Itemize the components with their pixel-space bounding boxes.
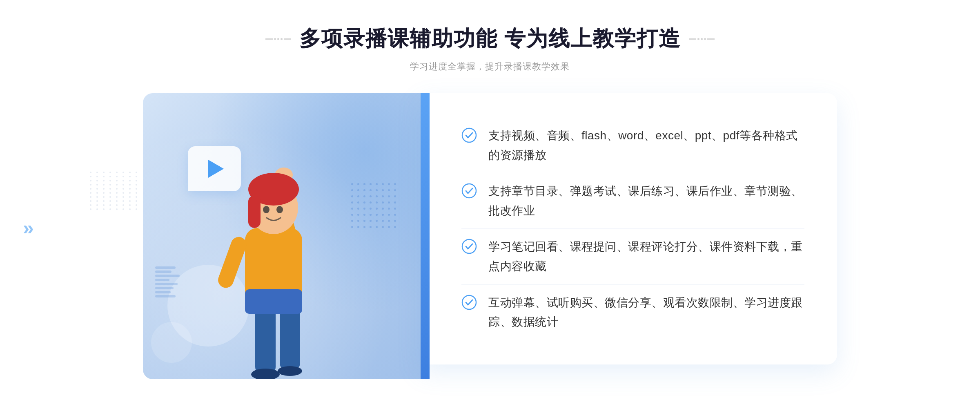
svg-point-16 xyxy=(462,239,476,253)
check-icon-3 xyxy=(461,239,477,254)
content-panel-wrapper: 支持视频、音频、flash、word、excel、ppt、pdf等各种格式的资源… xyxy=(421,93,837,379)
feature-item-1: 支持视频、音频、flash、word、excel、ppt、pdf等各种格式的资源… xyxy=(461,118,804,173)
svg-point-3 xyxy=(278,366,302,376)
main-content: for(let i=0;i<64;i++) document.currentSc… xyxy=(143,93,837,379)
svg-point-12 xyxy=(276,206,283,213)
chevron-left-icon: » xyxy=(23,218,34,238)
subtitle: 学习进度全掌握，提升录播课教学效果 xyxy=(265,60,715,73)
title-deco-left xyxy=(265,38,291,40)
header-section: 多项录播课辅助功能 专为线上教学打造 学习进度全掌握，提升录播课教学效果 xyxy=(265,25,715,73)
feature-text-2: 支持章节目录、弹题考试、课后练习、课后作业、章节测验、批改作业 xyxy=(488,181,804,220)
dot-pattern-left: for(let i=0;i<80;i++) document.currentSc… xyxy=(90,172,140,210)
feature-text-4: 互动弹幕、试听购买、微信分享、观看次数限制、学习进度跟踪、数据统计 xyxy=(488,293,804,332)
feature-text-3: 学习笔记回看、课程提问、课程评论打分、课件资料下载，重点内容收藏 xyxy=(488,237,804,276)
svg-rect-7 xyxy=(216,235,249,290)
human-figure xyxy=(192,142,355,379)
illustration-panel: for(let i=0;i<64;i++) document.currentSc… xyxy=(143,93,421,379)
page-container: for(let i=0;i<80;i++) document.currentSc… xyxy=(0,0,980,398)
content-panel: 支持视频、音频、flash、word、excel、ppt、pdf等各种格式的资源… xyxy=(421,93,837,364)
feature-text-1: 支持视频、音频、flash、word、excel、ppt、pdf等各种格式的资源… xyxy=(488,126,804,165)
feature-item-4: 互动弹幕、试听购买、微信分享、观看次数限制、学习进度跟踪、数据统计 xyxy=(461,284,804,340)
check-icon-2 xyxy=(461,183,477,199)
svg-rect-13 xyxy=(245,289,302,314)
svg-point-11 xyxy=(263,206,270,213)
svg-point-17 xyxy=(462,295,476,309)
title-row: 多项录播课辅助功能 专为线上教学打造 xyxy=(265,25,715,53)
blue-strip xyxy=(421,93,430,379)
svg-point-15 xyxy=(462,184,476,198)
main-title: 多项录播课辅助功能 专为线上教学打造 xyxy=(299,25,681,53)
illus-dot-grid: for(let i=0;i<64;i++) document.currentSc… xyxy=(351,183,396,228)
check-icon-1 xyxy=(461,127,477,143)
svg-point-2 xyxy=(251,369,280,379)
feature-item-3: 学习笔记回看、课程提问、课程评论打分、课件资料下载，重点内容收藏 xyxy=(461,228,804,284)
title-deco-right xyxy=(689,38,715,40)
bar-decoration xyxy=(155,266,180,297)
check-icon-4 xyxy=(461,295,477,310)
circle-small xyxy=(151,322,192,363)
svg-rect-10 xyxy=(248,195,261,228)
svg-point-14 xyxy=(462,128,476,142)
feature-item-2: 支持章节目录、弹题考试、课后练习、课后作业、章节测验、批改作业 xyxy=(461,173,804,228)
